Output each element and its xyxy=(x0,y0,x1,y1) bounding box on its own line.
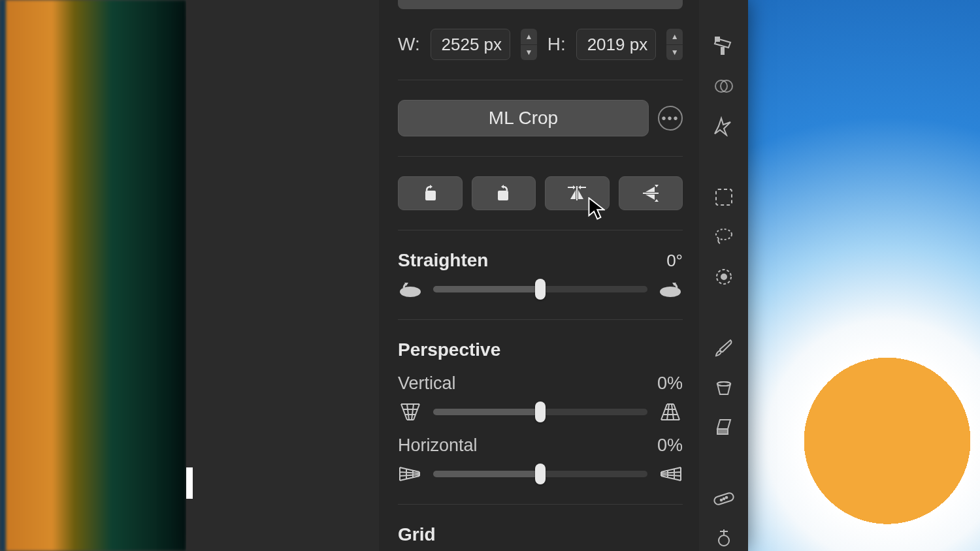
vertical-value: 0% xyxy=(657,373,683,394)
svg-marker-5 xyxy=(578,185,581,189)
horizontal-row: Horizontal 0% xyxy=(398,435,683,456)
vertical-label: Vertical xyxy=(398,373,456,394)
editor-canvas-area[interactable] xyxy=(186,0,379,551)
svg-point-35 xyxy=(723,497,725,499)
height-label: H: xyxy=(547,34,566,55)
width-stepper[interactable]: ▲ ▼ xyxy=(521,29,537,60)
perspective-vertical-pos-icon xyxy=(658,401,683,422)
rotate-left-icon xyxy=(418,183,442,203)
straighten-value: 0° xyxy=(666,251,683,271)
tool-effects-button[interactable] xyxy=(710,114,738,139)
straighten-header: Straighten 0° xyxy=(398,250,683,271)
svg-point-10 xyxy=(400,287,421,297)
rotate-right-button[interactable] xyxy=(472,176,536,210)
height-input[interactable]: 2019 px xyxy=(576,29,656,60)
desktop-wallpaper-right xyxy=(748,0,980,551)
ml-crop-button[interactable]: ML Crop xyxy=(398,100,649,136)
tool-lasso-button[interactable] xyxy=(710,225,738,250)
perspective-vertical-neg-icon xyxy=(398,401,423,422)
straighten-slider[interactable] xyxy=(433,286,647,292)
transform-buttons-row xyxy=(398,176,683,210)
tool-clone-button[interactable] xyxy=(710,526,738,551)
image-edge xyxy=(186,467,193,499)
svg-point-12 xyxy=(660,287,681,297)
vertical-slider[interactable] xyxy=(433,409,647,415)
flip-vertical-icon xyxy=(639,183,662,203)
tool-styles-button[interactable] xyxy=(710,34,738,59)
svg-point-28 xyxy=(716,229,732,240)
perspective-title: Perspective xyxy=(398,339,500,360)
svg-rect-24 xyxy=(721,48,724,54)
horizontal-label: Horizontal xyxy=(398,435,478,456)
more-options-button[interactable]: ••• xyxy=(658,106,683,131)
svg-point-34 xyxy=(720,499,722,501)
divider xyxy=(398,504,683,505)
straighten-title: Straighten xyxy=(398,250,488,271)
bucket-icon xyxy=(713,377,734,398)
svg-rect-0 xyxy=(425,191,436,200)
chevron-up-icon: ▲ xyxy=(521,29,537,45)
rotate-cw-icon xyxy=(658,279,683,300)
vertical-slider-row xyxy=(398,401,683,422)
quick-select-icon xyxy=(713,266,734,287)
svg-point-36 xyxy=(725,496,727,498)
horizontal-value: 0% xyxy=(657,435,683,456)
dimensions-row: W: 2525 px ▲ ▼ H: 2019 px ▲ ▼ xyxy=(398,29,683,60)
circles-overlap-icon xyxy=(713,76,734,97)
tool-color-button[interactable] xyxy=(710,74,738,99)
crop-preset-label: Custom Size xyxy=(410,0,521,3)
eraser-icon xyxy=(713,417,734,438)
svg-point-37 xyxy=(719,535,729,546)
ellipsis-icon: ••• xyxy=(661,111,679,126)
slider-thumb[interactable] xyxy=(535,401,546,422)
chevron-up-icon: ▲ xyxy=(666,29,683,45)
perspective-header: Perspective xyxy=(398,339,683,360)
rotate-left-button[interactable] xyxy=(398,176,463,210)
tool-marquee-button[interactable] xyxy=(710,185,738,210)
divider xyxy=(398,319,683,320)
horizontal-slider-row xyxy=(398,464,683,484)
height-stepper[interactable]: ▲ ▼ xyxy=(666,29,683,60)
vertical-row: Vertical 0% xyxy=(398,373,683,394)
ml-crop-label: ML Crop xyxy=(489,108,558,129)
svg-rect-23 xyxy=(715,37,719,41)
crop-inspector-panel: Custom Size W: 2525 px ▲ ▼ H: 2019 px ▲ … xyxy=(379,0,699,551)
app-window: Custom Size W: 2525 px ▲ ▼ H: 2019 px ▲ … xyxy=(186,0,748,551)
flip-vertical-button[interactable] xyxy=(619,176,683,210)
rotate-ccw-icon xyxy=(398,279,423,300)
sparkle-icon xyxy=(713,116,734,136)
perspective-horizontal-pos-icon xyxy=(658,464,683,484)
rotate-right-icon xyxy=(492,183,515,203)
tool-brush-button[interactable] xyxy=(710,336,738,361)
tools-sidebar xyxy=(699,0,748,551)
tool-repair-button[interactable] xyxy=(710,486,738,511)
tool-quick-select-button[interactable] xyxy=(710,264,738,289)
desktop-wallpaper-left xyxy=(0,0,186,551)
divider xyxy=(398,156,683,157)
marquee-icon xyxy=(714,187,734,207)
bandage-icon xyxy=(713,490,735,507)
flip-horizontal-icon xyxy=(565,183,589,203)
svg-point-30 xyxy=(721,274,727,279)
width-input[interactable]: 2525 px xyxy=(431,29,510,60)
slider-thumb[interactable] xyxy=(535,279,546,300)
svg-marker-8 xyxy=(655,185,659,187)
clone-icon xyxy=(713,528,734,549)
chevron-down-icon: ▼ xyxy=(666,45,683,61)
tool-fill-button[interactable] xyxy=(710,375,738,400)
brush-icon xyxy=(713,338,734,358)
chevron-down-icon: ▼ xyxy=(521,45,537,61)
perspective-horizontal-neg-icon xyxy=(398,464,423,484)
crop-preset-dropdown[interactable]: Custom Size xyxy=(398,0,683,9)
divider xyxy=(398,230,683,230)
width-label: W: xyxy=(398,34,420,55)
tool-eraser-button[interactable] xyxy=(710,415,738,440)
flip-horizontal-button[interactable] xyxy=(545,176,610,210)
paint-roller-icon xyxy=(713,36,734,57)
horizontal-slider[interactable] xyxy=(433,471,647,477)
straighten-slider-row xyxy=(398,279,683,300)
svg-rect-1 xyxy=(498,191,508,200)
svg-marker-4 xyxy=(573,185,576,189)
slider-thumb[interactable] xyxy=(535,464,546,484)
grid-header: Grid xyxy=(398,524,683,545)
